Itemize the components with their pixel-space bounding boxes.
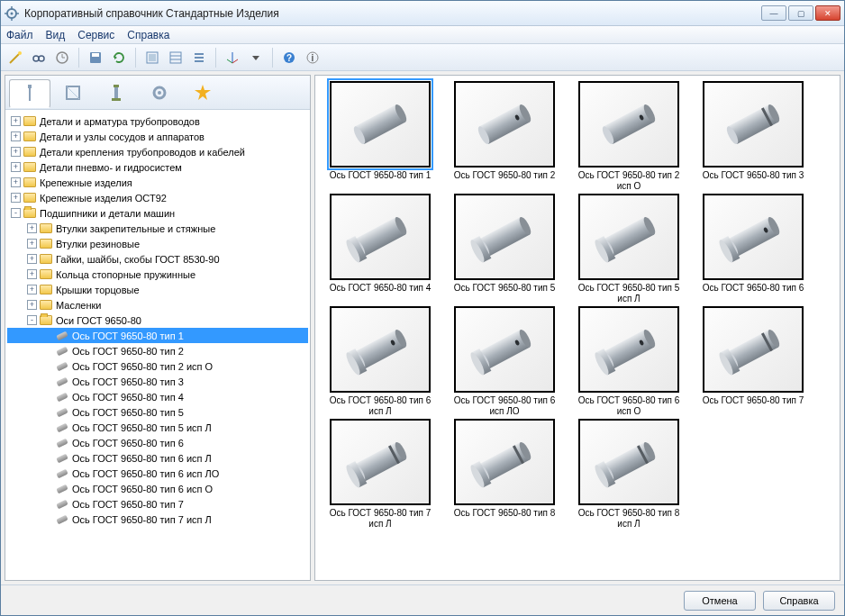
tree-item-label: Втулки закрепительные и стяжные bbox=[56, 223, 215, 234]
svg-text:i: i bbox=[312, 53, 314, 63]
tree-item[interactable]: +Детали крепления трубопроводов и кабеле… bbox=[7, 144, 308, 159]
folder-icon bbox=[23, 131, 37, 143]
refresh-icon[interactable] bbox=[108, 47, 130, 68]
tree-toggle[interactable]: - bbox=[27, 315, 37, 325]
tab-assembly-icon[interactable] bbox=[95, 78, 137, 107]
tree-item[interactable]: +Крепежные изделия bbox=[7, 175, 308, 190]
tree-item[interactable]: +Гайки, шайбы, скобы ГОСТ 8530-90 bbox=[7, 251, 308, 267]
help-button[interactable]: Справка bbox=[763, 591, 835, 611]
view-details-icon[interactable] bbox=[188, 47, 210, 68]
tree-toggle[interactable]: + bbox=[11, 147, 21, 157]
menubar: Файл Вид Сервис Справка bbox=[1, 26, 844, 44]
tree-item[interactable]: Ось ГОСТ 9650-80 тип 3 bbox=[7, 374, 308, 389]
thumbnail-item[interactable]: Ось ГОСТ 9650-80 тип 8 bbox=[445, 419, 564, 530]
info-icon[interactable]: i bbox=[302, 47, 323, 68]
tree-item[interactable]: +Втулки резиновые bbox=[7, 236, 308, 251]
svg-marker-15 bbox=[114, 56, 117, 59]
tree-toggle[interactable]: + bbox=[27, 285, 37, 294]
thumbnail-item[interactable]: Ось ГОСТ 9650-80 тип 4 bbox=[321, 194, 440, 304]
view-list-icon[interactable] bbox=[165, 47, 186, 68]
tree-item[interactable]: +Детали и арматура трубопроводов bbox=[7, 113, 308, 129]
tree-item[interactable]: +Кольца стопорные пружинные bbox=[7, 267, 308, 282]
thumbnail-item[interactable]: Ось ГОСТ 9650-80 тип 6 исп О bbox=[569, 306, 688, 417]
tree-item[interactable]: +Крышки торцовые bbox=[7, 282, 308, 297]
tree-toggle[interactable]: + bbox=[27, 269, 37, 279]
tree-item[interactable]: +Крепежные изделия ОСТ92 bbox=[7, 190, 308, 205]
thumbnail-label: Ось ГОСТ 9650-80 тип 1 bbox=[330, 170, 432, 192]
thumbnail-item[interactable]: Ось ГОСТ 9650-80 тип 8 исп Л bbox=[569, 419, 688, 530]
tree-toggle[interactable]: + bbox=[11, 177, 21, 187]
magic-wand-icon[interactable] bbox=[5, 47, 26, 68]
save-icon[interactable] bbox=[85, 47, 106, 68]
cancel-button[interactable]: Отмена bbox=[684, 591, 756, 611]
tree-toggle[interactable]: + bbox=[11, 193, 21, 203]
tree-item[interactable]: Ось ГОСТ 9650-80 тип 5 bbox=[7, 404, 308, 420]
tree-item[interactable]: Ось ГОСТ 9650-80 тип 2 исп О bbox=[7, 358, 308, 374]
tree-item-label: Крепежные изделия bbox=[40, 177, 132, 188]
close-button[interactable]: ✕ bbox=[815, 5, 840, 21]
thumbnail-item[interactable]: Ось ГОСТ 9650-80 тип 6 bbox=[694, 194, 813, 304]
tree-toggle[interactable]: + bbox=[27, 223, 37, 233]
tree-item[interactable]: Ось ГОСТ 9650-80 тип 6 исп ЛО bbox=[7, 466, 308, 481]
binoculars-icon[interactable] bbox=[28, 47, 50, 68]
tree-item[interactable]: +Детали пневмо- и гидросистем bbox=[7, 159, 308, 175]
tree-item[interactable]: +Втулки закрепительные и стяжные bbox=[7, 221, 308, 236]
tree-item[interactable]: Ось ГОСТ 9650-80 тип 6 исп Л bbox=[7, 450, 308, 466]
tree-toggle[interactable]: + bbox=[11, 162, 21, 172]
thumbnail-image bbox=[454, 419, 555, 505]
thumbnail-item[interactable]: Ось ГОСТ 9650-80 тип 7 исп Л bbox=[321, 419, 440, 530]
menu-help[interactable]: Справка bbox=[127, 29, 169, 41]
tab-bolt-icon[interactable] bbox=[9, 79, 50, 108]
thumbnail-item[interactable]: Ось ГОСТ 9650-80 тип 2 bbox=[445, 81, 564, 192]
tab-gear-icon[interactable] bbox=[139, 78, 180, 107]
tree-toggle[interactable]: - bbox=[11, 208, 21, 218]
tree-item[interactable]: +Детали и узлы сосудов и аппаратов bbox=[7, 129, 308, 144]
tree-toggle[interactable]: + bbox=[11, 131, 21, 141]
svg-rect-18 bbox=[170, 52, 181, 63]
menu-file[interactable]: Файл bbox=[6, 29, 33, 41]
tree-item[interactable]: -Подшипники и детали машин bbox=[7, 205, 308, 221]
tree-item[interactable]: Ось ГОСТ 9650-80 тип 5 исп Л bbox=[7, 420, 308, 435]
tree-toggle[interactable]: + bbox=[27, 300, 37, 310]
tree-view[interactable]: +Детали и арматура трубопроводов+Детали … bbox=[5, 110, 310, 580]
view-large-icon[interactable] bbox=[141, 47, 163, 68]
thumbnail-label: Ось ГОСТ 9650-80 тип 3 bbox=[703, 170, 804, 192]
category-tabs bbox=[5, 76, 310, 110]
menu-service[interactable]: Сервис bbox=[77, 29, 114, 41]
thumbnail-label: Ось ГОСТ 9650-80 тип 5 bbox=[454, 283, 556, 304]
tree-toggle[interactable]: + bbox=[27, 239, 37, 249]
minimize-button[interactable]: — bbox=[761, 5, 786, 21]
dropdown-indicator-icon[interactable] bbox=[245, 47, 267, 68]
thumbnail-item[interactable]: Ось ГОСТ 9650-80 тип 6 исп ЛО bbox=[445, 306, 564, 417]
thumbnail-label: Ось ГОСТ 9650-80 тип 6 bbox=[703, 283, 804, 304]
tree-item[interactable]: Ось ГОСТ 9650-80 тип 6 bbox=[7, 435, 308, 450]
tree-item[interactable]: Ось ГОСТ 9650-80 тип 7 исп Л bbox=[7, 512, 308, 527]
tree-item[interactable]: Ось ГОСТ 9650-80 тип 2 bbox=[7, 343, 308, 358]
tree-item[interactable]: Ось ГОСТ 9650-80 тип 7 bbox=[7, 496, 308, 512]
clock-icon[interactable] bbox=[51, 47, 73, 68]
help-icon[interactable]: ? bbox=[278, 47, 300, 68]
tree-item[interactable]: Ось ГОСТ 9650-80 тип 6 исп О bbox=[7, 481, 308, 496]
tab-favorite-icon[interactable] bbox=[182, 78, 223, 107]
svg-line-35 bbox=[67, 86, 79, 99]
thumbnail-item[interactable]: Ось ГОСТ 9650-80 тип 5 bbox=[445, 194, 564, 304]
axis-icon[interactable] bbox=[222, 47, 243, 68]
thumbnail-item[interactable]: Ось ГОСТ 9650-80 тип 3 bbox=[694, 81, 813, 192]
tree-item[interactable]: +Масленки bbox=[7, 297, 308, 313]
tree-item[interactable]: Ось ГОСТ 9650-80 тип 4 bbox=[7, 389, 308, 404]
menu-view[interactable]: Вид bbox=[46, 29, 66, 41]
thumbnail-item[interactable]: Ось ГОСТ 9650-80 тип 5 исп Л bbox=[569, 194, 688, 304]
tree-toggle[interactable]: + bbox=[27, 254, 37, 264]
thumbnail-item[interactable]: Ось ГОСТ 9650-80 тип 7 bbox=[694, 306, 813, 417]
tree-toggle[interactable]: + bbox=[11, 116, 21, 126]
thumbnail-item[interactable]: Ось ГОСТ 9650-80 тип 2 исп О bbox=[569, 81, 688, 192]
window-title: Корпоративный справочник Стандартные Изд… bbox=[24, 7, 761, 20]
tree-item-label: Детали и арматура трубопроводов bbox=[40, 116, 200, 127]
maximize-button[interactable]: ▢ bbox=[788, 5, 813, 21]
tree-item[interactable]: -Оси ГОСТ 9650-80 bbox=[7, 313, 308, 328]
tree-item[interactable]: Ось ГОСТ 9650-80 тип 1 bbox=[7, 328, 308, 343]
thumbnail-item[interactable]: Ось ГОСТ 9650-80 тип 6 исп Л bbox=[321, 306, 440, 417]
thumbnail-item[interactable]: Ось ГОСТ 9650-80 тип 1 bbox=[321, 81, 440, 192]
tab-profile-icon[interactable] bbox=[52, 78, 94, 107]
svg-rect-14 bbox=[92, 53, 99, 57]
